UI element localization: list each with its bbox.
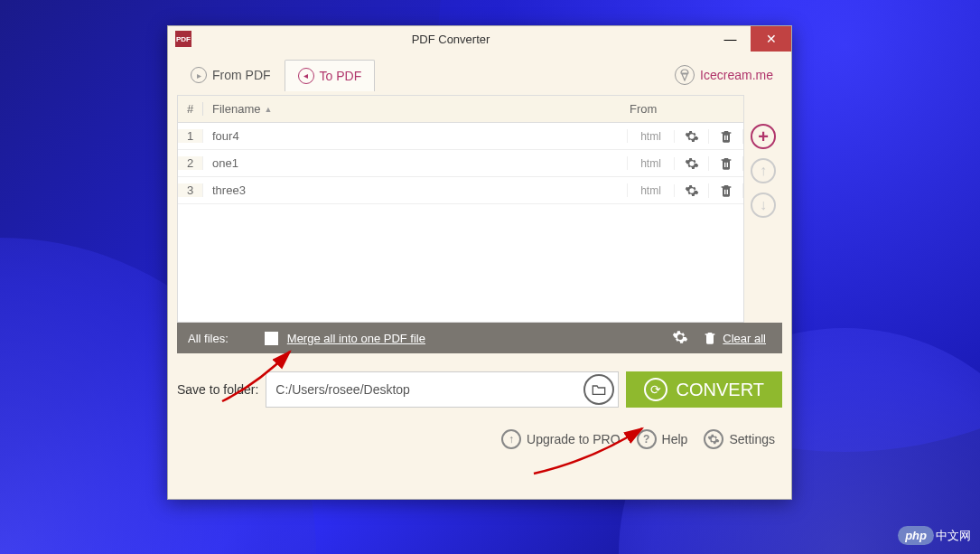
- save-label: Save to folder:: [177, 382, 258, 397]
- table-row[interactable]: 2 one1 html: [178, 150, 743, 177]
- help-link[interactable]: ? Help: [637, 429, 688, 449]
- tab-label: To PDF: [320, 69, 362, 83]
- all-files-bar: All files: Merge all into one PDF file C…: [177, 323, 782, 353]
- settings-link[interactable]: Settings: [704, 429, 775, 449]
- table-row[interactable]: 3 three3 html: [178, 177, 743, 204]
- row-filename: four4: [203, 129, 628, 143]
- titlebar: PDF PDF Converter — ✕: [168, 26, 791, 52]
- row-from: html: [628, 130, 675, 143]
- window-title: PDF Converter: [191, 33, 710, 46]
- to-pdf-icon: ◂: [298, 68, 314, 84]
- header-filename[interactable]: Filename ▲: [203, 102, 621, 116]
- row-delete-button[interactable]: [709, 129, 743, 144]
- row-num: 2: [178, 156, 203, 170]
- brand-link[interactable]: Icecream.me: [675, 65, 782, 85]
- app-icon: PDF: [175, 31, 191, 47]
- gear-icon: [704, 429, 723, 449]
- watermark: php 中文网: [898, 526, 971, 545]
- merge-label[interactable]: Merge all into one PDF file: [287, 332, 425, 345]
- tab-label: From PDF: [212, 68, 271, 82]
- from-pdf-icon: ▸: [191, 67, 207, 83]
- sort-asc-icon: ▲: [264, 105, 272, 114]
- file-table: # Filename ▲ From 1 four4 html: [177, 95, 744, 323]
- trash-icon: [703, 331, 717, 345]
- row-delete-button[interactable]: [709, 156, 743, 171]
- tabs-row: ▸ From PDF ◂ To PDF Icecream.me: [168, 52, 791, 95]
- save-row: Save to folder: ⟳ CONVERT: [168, 353, 791, 417]
- minimize-button[interactable]: —: [710, 26, 751, 52]
- convert-icon: ⟳: [644, 378, 667, 401]
- tab-to-pdf[interactable]: ◂ To PDF: [285, 60, 376, 91]
- row-settings-button[interactable]: [675, 183, 709, 198]
- upgrade-link[interactable]: ↑ Upgrade to PRO: [501, 429, 621, 449]
- all-files-label: All files:: [188, 332, 229, 345]
- row-settings-button[interactable]: [675, 156, 709, 171]
- save-path-field: [266, 371, 618, 408]
- upgrade-icon: ↑: [501, 429, 521, 449]
- row-delete-button[interactable]: [709, 183, 743, 198]
- add-file-button[interactable]: +: [751, 124, 776, 149]
- row-num: 1: [178, 129, 203, 143]
- header-from[interactable]: From: [621, 102, 675, 116]
- table-header: # Filename ▲ From: [178, 96, 743, 123]
- folder-icon: [592, 383, 606, 396]
- merge-checkbox[interactable]: [265, 332, 278, 345]
- row-filename: one1: [203, 156, 628, 170]
- header-num[interactable]: #: [178, 102, 203, 116]
- row-settings-button[interactable]: [675, 129, 709, 144]
- save-path-input[interactable]: [266, 382, 583, 397]
- help-icon: ?: [637, 429, 657, 449]
- browse-folder-button[interactable]: [583, 374, 614, 405]
- clear-all-button[interactable]: Clear all: [697, 331, 771, 345]
- convert-button[interactable]: ⟳ CONVERT: [626, 371, 782, 408]
- bottom-links: ↑ Upgrade to PRO ? Help Settings: [168, 417, 791, 462]
- close-button[interactable]: ✕: [751, 26, 791, 52]
- move-down-button[interactable]: ↓: [751, 192, 776, 218]
- tab-from-pdf[interactable]: ▸ From PDF: [177, 59, 285, 91]
- brand-label: Icecream.me: [700, 68, 773, 82]
- row-filename: three3: [203, 183, 628, 197]
- row-num: 3: [178, 183, 203, 197]
- table-row[interactable]: 1 four4 html: [178, 123, 743, 150]
- app-window: PDF PDF Converter — ✕ ▸ From PDF ◂ To PD…: [167, 25, 792, 500]
- move-up-button[interactable]: ↑: [751, 158, 776, 183]
- row-from: html: [628, 184, 675, 197]
- all-files-settings-button[interactable]: [663, 329, 697, 348]
- icecream-icon: [675, 65, 695, 85]
- row-from: html: [628, 157, 675, 170]
